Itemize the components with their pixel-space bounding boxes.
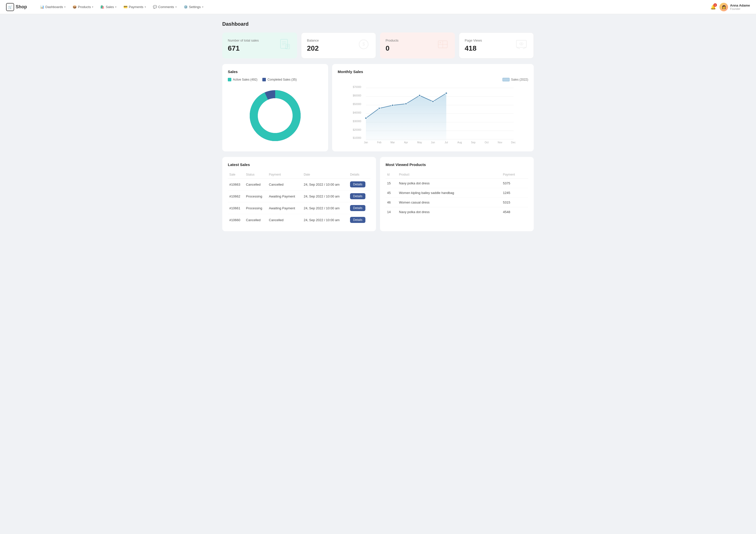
nav-settings[interactable]: ⚙️ Settings ▾ — [181, 4, 206, 10]
monthly-chart-card: Monthly Sales Sales (2022) $70000 $60000… — [332, 64, 534, 151]
most-viewed-title: Most Viewed Products — [386, 163, 528, 167]
nav-products[interactable]: 📦 Products ▾ — [69, 4, 96, 10]
dashboards-icon: 📊 — [40, 5, 44, 9]
svg-point-21 — [258, 98, 293, 133]
svg-point-43 — [445, 92, 447, 94]
sale-payment: Awaiting Payment — [267, 191, 302, 202]
product-name: Navy polka dot dress — [397, 207, 501, 217]
user-details: Anna Adame Founder — [730, 4, 750, 10]
sale-id: #10661 — [228, 202, 244, 214]
col-date: Date — [302, 171, 348, 179]
details-button[interactable]: Details — [350, 205, 365, 211]
col-details: Details — [348, 171, 370, 179]
product-payment: 5375 — [501, 179, 528, 188]
settings-icon: ⚙️ — [184, 5, 188, 9]
nav-payments[interactable]: 💳 Payments ▾ — [121, 4, 149, 10]
svg-text:Jan: Jan — [364, 141, 368, 144]
svg-text:Dec: Dec — [511, 141, 516, 144]
svg-text:$60000: $60000 — [353, 94, 361, 97]
sale-status: Processing — [244, 202, 267, 214]
sale-payment: Cancelled — [267, 179, 302, 191]
svg-point-16 — [521, 43, 522, 45]
products-icon: 📦 — [72, 5, 77, 9]
sale-id: #10663 — [228, 179, 244, 191]
nav-dashboards[interactable]: 📊 Dashboards ▾ — [37, 4, 68, 10]
svg-point-39 — [392, 104, 393, 106]
sale-date: 24, Sep 2022 / 10:00 am — [302, 191, 348, 202]
chevron-down-icon: ▾ — [64, 6, 66, 8]
table-row: 14 Navy polka dot dress 4548 — [386, 207, 528, 217]
stat-info: Balance 202 — [307, 38, 319, 52]
svg-text:May: May — [417, 141, 422, 144]
svg-point-40 — [405, 103, 407, 105]
stat-value: 671 — [228, 44, 259, 52]
products-stat-icon — [436, 38, 449, 53]
table-row: #10660 Cancelled Cancelled 24, Sep 2022 … — [228, 214, 370, 226]
svg-text:Jul: Jul — [445, 141, 448, 144]
svg-text:Jun: Jun — [431, 141, 435, 144]
table-row: #10663 Cancelled Cancelled 24, Sep 2022 … — [228, 179, 370, 191]
chevron-down-icon: ▾ — [176, 6, 176, 8]
most-viewed-card: Most Viewed Products Id Product Payment … — [380, 157, 534, 231]
sales-legend-label: Sales (2022) — [511, 78, 528, 81]
svg-text:$20000: $20000 — [353, 128, 361, 131]
comments-icon: 💬 — [153, 5, 157, 9]
product-id: 15 — [386, 179, 397, 188]
user-name: Anna Adame — [730, 4, 750, 7]
user-profile[interactable]: 👩 Anna Adame Founder — [719, 3, 750, 11]
details-button[interactable]: Details — [350, 217, 365, 223]
pageviews-stat-icon — [515, 38, 528, 53]
product-name: Navy polka dot dress — [397, 179, 501, 188]
legend-completed: Completed Sales (35) — [262, 78, 297, 81]
sale-details-cell: Details — [348, 179, 370, 191]
latest-sales-card: Latest Sales Sale Status Payment Date De… — [222, 157, 376, 231]
svg-text:Apr: Apr — [404, 141, 408, 144]
svg-point-42 — [432, 100, 434, 103]
notifications-button[interactable]: 🔔 1 — [710, 4, 716, 10]
sale-id: #10660 — [228, 214, 244, 226]
table-row: 15 Navy polka dot dress 5375 — [386, 179, 528, 188]
completed-legend-label: Completed Sales (35) — [267, 78, 297, 81]
sale-date: 24, Sep 2022 / 10:00 am — [302, 179, 348, 191]
bottom-row: Latest Sales Sale Status Payment Date De… — [222, 157, 534, 231]
active-legend-label: Active Sales (492) — [233, 78, 257, 81]
sales-icon: 🛍️ — [100, 5, 104, 9]
sale-details-cell: Details — [348, 214, 370, 226]
stat-label: Number of total sales — [228, 38, 259, 42]
chevron-down-icon: ▾ — [115, 6, 117, 8]
sales-stat-icon — [279, 38, 291, 53]
details-button[interactable]: Details — [350, 181, 365, 188]
latest-sales-title: Latest Sales — [228, 163, 370, 167]
nav-sales[interactable]: 🛍️ Sales ▾ — [97, 4, 120, 10]
stat-value: 418 — [465, 44, 482, 52]
product-name: Women kipling bailey saddle handbag — [397, 188, 501, 198]
table-row: 46 Women casual dress 5315 — [386, 198, 528, 207]
svg-text:Aug: Aug — [457, 141, 462, 144]
product-id: 45 — [386, 188, 397, 198]
col-id: Id — [386, 171, 397, 179]
product-id: 14 — [386, 207, 397, 217]
user-role: Founder — [730, 7, 750, 10]
stat-card-sales: Number of total sales 671 — [222, 33, 297, 59]
svg-text:$40000: $40000 — [353, 111, 361, 114]
page-title: Dashboard — [222, 21, 534, 27]
donut-chart-svg — [248, 88, 303, 143]
chevron-down-icon: ▾ — [92, 6, 93, 8]
svg-text:$10000: $10000 — [353, 137, 361, 139]
stat-cards: Number of total sales 671 Balance 202 — [222, 33, 534, 59]
latest-sales-tbody: #10663 Cancelled Cancelled 24, Sep 2022 … — [228, 179, 370, 226]
nav-comments[interactable]: 💬 Comments ▾ — [150, 4, 180, 10]
product-payment: 1245 — [501, 188, 528, 198]
svg-text:$30000: $30000 — [353, 120, 361, 123]
col-product: Product — [397, 171, 501, 179]
brand-logo[interactable]: 🛒 Shop — [6, 3, 27, 11]
logo-icon: 🛒 — [6, 3, 14, 11]
line-chart-legend: Sales (2022) — [338, 78, 528, 81]
svg-text:$70000: $70000 — [353, 86, 361, 89]
sales-chart-title: Sales — [228, 69, 323, 74]
sale-status: Processing — [244, 191, 267, 202]
svg-point-41 — [418, 94, 420, 96]
details-button[interactable]: Details — [350, 193, 365, 199]
product-name: Women casual dress — [397, 198, 501, 207]
stat-value: 202 — [307, 44, 319, 52]
